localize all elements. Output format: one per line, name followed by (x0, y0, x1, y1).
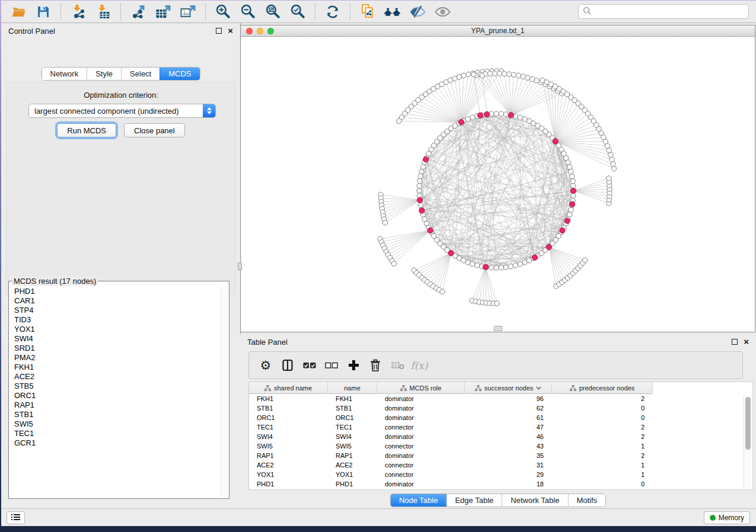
zoom-fit-icon[interactable] (264, 4, 282, 20)
table-row[interactable]: SWI5SWI5connector431 (249, 441, 752, 451)
close-panel-button[interactable]: Close panel (124, 123, 185, 137)
mcds-result-item[interactable]: SRD1 (14, 344, 221, 353)
mcds-result-item[interactable]: GCR1 (14, 438, 221, 448)
export-table-icon[interactable] (154, 4, 172, 20)
tab-style[interactable]: Style (87, 68, 121, 80)
table-row[interactable]: TEC1TEC1connector472 (249, 422, 752, 432)
float-table-panel-icon[interactable] (732, 339, 738, 345)
close-table-panel-icon[interactable]: × (744, 339, 749, 345)
mcds-result-item[interactable]: STB5 (14, 382, 221, 391)
mcds-result-item[interactable]: RAP1 (14, 400, 221, 410)
export-network-icon[interactable] (129, 4, 147, 20)
hide-selected-icon[interactable] (409, 4, 426, 20)
columns-icon[interactable] (279, 357, 296, 374)
cell-shared-name: TEC1 (249, 422, 328, 432)
show-all-icon[interactable] (433, 4, 451, 20)
network-nodes[interactable] (378, 69, 617, 306)
control-panel-tabs: NetworkStyleSelectMCDS (41, 67, 200, 81)
status-bar: Memory (1, 508, 756, 526)
mcds-result-item[interactable]: STP4 (14, 306, 221, 315)
network-canvas[interactable] (241, 37, 755, 332)
mcds-result-item[interactable]: ORC1 (14, 391, 221, 400)
table-row[interactable]: STB1STB1dominator620 (249, 403, 752, 413)
run-mcds-button[interactable]: Run MCDS (57, 123, 116, 137)
open-icon[interactable] (9, 4, 27, 20)
cell-name: STB1 (328, 403, 377, 413)
mcds-result-item[interactable]: CAR1 (14, 296, 221, 306)
cell-successor-nodes: 18 (465, 479, 552, 489)
float-panel-icon[interactable] (216, 28, 222, 34)
mcds-result-item[interactable]: PMA2 (14, 353, 221, 363)
criterion-dropdown[interactable]: largest connected component (undirected) (28, 104, 216, 118)
tab-node-table[interactable]: Node Table (391, 494, 446, 507)
save-icon[interactable] (34, 4, 52, 20)
add-icon[interactable] (345, 357, 362, 374)
horizontal-splitter-handle[interactable] (494, 326, 502, 331)
column-header-MCDS-role[interactable]: MCDS role (377, 382, 465, 394)
cell-name: TEC1 (328, 422, 377, 432)
cell-shared-name: SWI4 (249, 432, 328, 441)
deselect-all-icon[interactable] (323, 357, 340, 374)
mcds-result-item[interactable]: STB1 (14, 410, 221, 419)
mcds-result-item[interactable]: SWI5 (14, 419, 221, 429)
table-row[interactable]: PHD1PHD1dominator180 (249, 479, 752, 489)
clone-network-icon[interactable] (359, 4, 377, 20)
network-window-titlebar[interactable]: YPA_prune.txt_1 (241, 25, 755, 37)
table-row[interactable]: ACE2ACE2connector311 (249, 460, 752, 470)
refresh-icon[interactable] (324, 4, 342, 20)
mcds-result-item[interactable]: PHD1 (14, 287, 221, 296)
table-scrollbar[interactable] (744, 395, 751, 488)
tab-mcds[interactable]: MCDS (160, 68, 199, 80)
cell-MCDS-role: connector (377, 460, 465, 470)
memory-button[interactable]: Memory (704, 511, 750, 524)
tab-select[interactable]: Select (121, 68, 160, 80)
table-row[interactable]: ORC1ORC1dominator610 (249, 413, 752, 422)
column-header-name[interactable]: name (328, 382, 377, 394)
zoom-in-icon[interactable] (214, 4, 232, 20)
table-scrollbar-thumb[interactable] (745, 397, 751, 450)
task-history-button[interactable] (7, 511, 25, 524)
mcds-result-item[interactable]: TEC1 (14, 429, 221, 438)
search-box[interactable] (578, 4, 749, 19)
column-header-successor-nodes[interactable]: successor nodes (465, 382, 552, 394)
column-header-predecessor-nodes[interactable]: predecessor nodes (552, 382, 653, 394)
column-header-shared-name[interactable]: shared name (249, 382, 328, 394)
toolbar-separator (60, 4, 61, 20)
tab-network[interactable]: Network (42, 68, 87, 80)
table-row[interactable]: FKH1FKH1dominator962 (249, 394, 752, 403)
cell-predecessor-nodes: 1 (552, 441, 653, 451)
delete-icon[interactable] (367, 357, 384, 374)
close-panel-icon[interactable]: × (228, 28, 233, 34)
tab-motifs[interactable]: Motifs (567, 494, 605, 507)
select-all-icon[interactable] (301, 357, 318, 374)
export-image-icon[interactable] (179, 4, 197, 20)
tab-network-table[interactable]: Network Table (502, 494, 567, 507)
mcds-result-list[interactable]: PHD1CAR1STP4TID3YOX1SWI4SRD1PMA2FKH1ACE2… (9, 287, 221, 497)
table-panel-tabs: Node TableEdge TableNetwork TableMotifs (390, 493, 606, 507)
zoom-out-icon[interactable] (239, 4, 257, 20)
cell-MCDS-role: connector (377, 441, 465, 451)
zoom-selected-icon[interactable] (289, 4, 307, 20)
mcds-result-item[interactable]: YOX1 (14, 325, 221, 334)
window-maximize-icon[interactable] (267, 28, 274, 34)
result-scrollbar[interactable] (221, 287, 228, 497)
table-row[interactable]: SWI4SWI4dominator462 (249, 432, 752, 441)
mcds-result-item[interactable]: TID3 (14, 315, 221, 325)
vertical-splitter-handle[interactable] (238, 262, 242, 270)
first-neighbors-icon[interactable] (384, 4, 401, 20)
import-table-icon[interactable] (94, 4, 112, 20)
mcds-result-item[interactable]: SWI4 (14, 334, 221, 344)
mcds-result-item[interactable]: FKH1 (14, 363, 221, 372)
settings-icon[interactable]: ⚙ (257, 357, 274, 374)
application-window: Control Panel × NetworkStyleSelectMCDS O… (1, 1, 756, 526)
window-minimize-icon[interactable] (257, 28, 263, 34)
table-row[interactable]: YOX1YOX1connector291 (249, 470, 752, 479)
tab-edge-table[interactable]: Edge Table (446, 494, 502, 507)
window-close-icon[interactable] (246, 28, 253, 34)
mcds-result-item[interactable]: ACE2 (14, 372, 221, 382)
table-row[interactable]: RAP1RAP1dominator352 (249, 451, 752, 460)
search-input[interactable] (594, 7, 748, 16)
cell-name: ACE2 (328, 460, 377, 470)
memory-status-icon (710, 515, 716, 521)
import-network-icon[interactable] (69, 4, 87, 20)
